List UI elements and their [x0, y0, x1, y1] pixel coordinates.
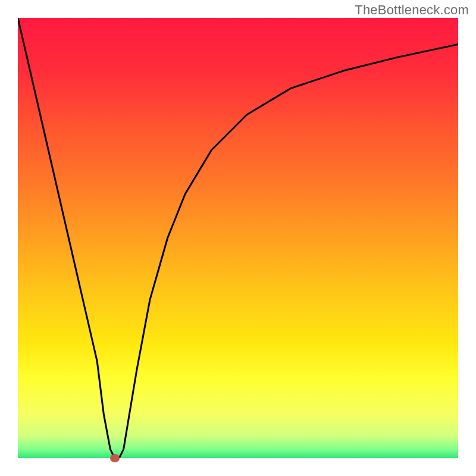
- chart-frame: [18, 18, 458, 458]
- chart-marker-dot: [110, 454, 120, 462]
- watermark-text: TheBottleneck.com: [355, 2, 469, 18]
- chart-curve: [18, 18, 458, 458]
- root: TheBottleneck.com: [0, 0, 476, 476]
